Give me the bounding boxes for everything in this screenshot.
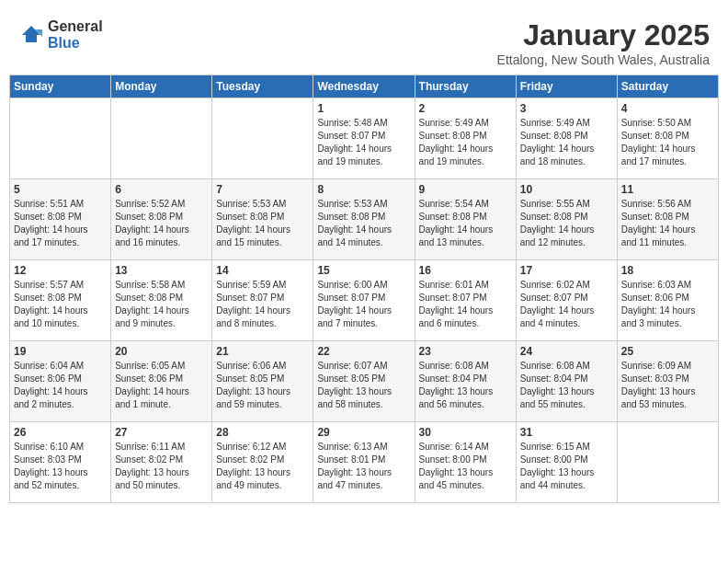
day-info: Sunrise: 5:54 AM Sunset: 8:08 PM Dayligh…	[419, 198, 512, 249]
day-info: Sunrise: 5:59 AM Sunset: 8:07 PM Dayligh…	[216, 279, 309, 330]
month-title: January 2025	[497, 18, 710, 52]
day-number: 13	[115, 264, 208, 277]
day-number: 7	[216, 183, 309, 196]
day-info: Sunrise: 6:11 AM Sunset: 8:02 PM Dayligh…	[115, 441, 208, 492]
day-info: Sunrise: 5:50 AM Sunset: 8:08 PM Dayligh…	[621, 117, 714, 168]
day-info: Sunrise: 5:56 AM Sunset: 8:08 PM Dayligh…	[621, 198, 714, 249]
calendar-cell: 13Sunrise: 5:58 AM Sunset: 8:08 PM Dayli…	[111, 260, 212, 341]
calendar-cell: 16Sunrise: 6:01 AM Sunset: 8:07 PM Dayli…	[415, 260, 516, 341]
day-info: Sunrise: 5:51 AM Sunset: 8:08 PM Dayligh…	[14, 198, 107, 249]
day-number: 28	[216, 426, 309, 439]
day-number: 20	[115, 345, 208, 358]
day-info: Sunrise: 6:07 AM Sunset: 8:05 PM Dayligh…	[317, 360, 410, 411]
day-number: 3	[520, 102, 613, 115]
day-info: Sunrise: 6:04 AM Sunset: 8:06 PM Dayligh…	[14, 360, 107, 411]
day-number: 15	[317, 264, 410, 277]
day-info: Sunrise: 6:14 AM Sunset: 8:00 PM Dayligh…	[419, 441, 512, 492]
logo-blue: Blue	[48, 35, 103, 52]
day-info: Sunrise: 5:55 AM Sunset: 8:08 PM Dayligh…	[520, 198, 613, 249]
day-info: Sunrise: 6:00 AM Sunset: 8:07 PM Dayligh…	[317, 279, 410, 330]
day-number: 12	[14, 264, 107, 277]
calendar-cell: 27Sunrise: 6:11 AM Sunset: 8:02 PM Dayli…	[111, 422, 212, 503]
day-number: 23	[419, 345, 512, 358]
day-info: Sunrise: 5:52 AM Sunset: 8:08 PM Dayligh…	[115, 198, 208, 249]
page-header: General Blue January 2025 Ettalong, New …	[9, 9, 719, 75]
day-info: Sunrise: 5:58 AM Sunset: 8:08 PM Dayligh…	[115, 279, 208, 330]
calendar-cell: 30Sunrise: 6:14 AM Sunset: 8:00 PM Dayli…	[415, 422, 516, 503]
calendar-cell: 20Sunrise: 6:05 AM Sunset: 8:06 PM Dayli…	[111, 341, 212, 422]
weekday-header-wednesday: Wednesday	[313, 75, 415, 98]
calendar-cell: 15Sunrise: 6:00 AM Sunset: 8:07 PM Dayli…	[313, 260, 415, 341]
day-info: Sunrise: 5:53 AM Sunset: 8:08 PM Dayligh…	[317, 198, 410, 249]
calendar-cell: 8Sunrise: 5:53 AM Sunset: 8:08 PM Daylig…	[313, 179, 415, 260]
calendar-cell: 17Sunrise: 6:02 AM Sunset: 8:07 PM Dayli…	[516, 260, 617, 341]
calendar-cell: 10Sunrise: 5:55 AM Sunset: 8:08 PM Dayli…	[516, 179, 617, 260]
calendar-cell: 26Sunrise: 6:10 AM Sunset: 8:03 PM Dayli…	[10, 422, 111, 503]
day-number: 25	[621, 345, 714, 358]
calendar-cell: 7Sunrise: 5:53 AM Sunset: 8:08 PM Daylig…	[212, 179, 313, 260]
day-number: 17	[520, 264, 613, 277]
calendar-cell: 11Sunrise: 5:56 AM Sunset: 8:08 PM Dayli…	[617, 179, 718, 260]
day-number: 14	[216, 264, 309, 277]
calendar-cell: 29Sunrise: 6:13 AM Sunset: 8:01 PM Dayli…	[313, 422, 415, 503]
day-number: 9	[419, 183, 512, 196]
day-number: 5	[14, 183, 107, 196]
day-number: 10	[520, 183, 613, 196]
week-row-3: 12Sunrise: 5:57 AM Sunset: 8:08 PM Dayli…	[10, 260, 719, 341]
day-number: 18	[621, 264, 714, 277]
week-row-4: 19Sunrise: 6:04 AM Sunset: 8:06 PM Dayli…	[10, 341, 719, 422]
calendar-cell: 31Sunrise: 6:15 AM Sunset: 8:00 PM Dayli…	[516, 422, 617, 503]
week-row-2: 5Sunrise: 5:51 AM Sunset: 8:08 PM Daylig…	[10, 179, 719, 260]
calendar-cell: 1Sunrise: 5:48 AM Sunset: 8:07 PM Daylig…	[313, 98, 415, 179]
day-info: Sunrise: 5:49 AM Sunset: 8:08 PM Dayligh…	[419, 117, 512, 168]
week-row-1: 1Sunrise: 5:48 AM Sunset: 8:07 PM Daylig…	[10, 98, 719, 179]
day-info: Sunrise: 6:05 AM Sunset: 8:06 PM Dayligh…	[115, 360, 208, 411]
weekday-header-monday: Monday	[111, 75, 212, 98]
day-number: 2	[419, 102, 512, 115]
calendar-cell: 9Sunrise: 5:54 AM Sunset: 8:08 PM Daylig…	[415, 179, 516, 260]
calendar-cell	[212, 98, 313, 179]
calendar-cell: 6Sunrise: 5:52 AM Sunset: 8:08 PM Daylig…	[111, 179, 212, 260]
week-row-5: 26Sunrise: 6:10 AM Sunset: 8:03 PM Dayli…	[10, 422, 719, 503]
calendar-cell: 28Sunrise: 6:12 AM Sunset: 8:02 PM Dayli…	[212, 422, 313, 503]
weekday-header-row: SundayMondayTuesdayWednesdayThursdayFrid…	[10, 75, 719, 98]
day-info: Sunrise: 6:09 AM Sunset: 8:03 PM Dayligh…	[621, 360, 714, 411]
calendar-cell: 4Sunrise: 5:50 AM Sunset: 8:08 PM Daylig…	[617, 98, 718, 179]
weekday-header-sunday: Sunday	[10, 75, 111, 98]
weekday-header-saturday: Saturday	[617, 75, 718, 98]
title-block: January 2025 Ettalong, New South Wales, …	[497, 18, 710, 67]
day-info: Sunrise: 5:48 AM Sunset: 8:07 PM Dayligh…	[317, 117, 410, 168]
day-number: 30	[419, 426, 512, 439]
day-info: Sunrise: 6:03 AM Sunset: 8:06 PM Dayligh…	[621, 279, 714, 330]
day-number: 29	[317, 426, 410, 439]
day-info: Sunrise: 6:08 AM Sunset: 8:04 PM Dayligh…	[419, 360, 512, 411]
day-number: 4	[621, 102, 714, 115]
day-info: Sunrise: 6:10 AM Sunset: 8:03 PM Dayligh…	[14, 441, 107, 492]
logo: General Blue	[18, 18, 103, 51]
calendar-cell: 24Sunrise: 6:08 AM Sunset: 8:04 PM Dayli…	[516, 341, 617, 422]
calendar-cell: 22Sunrise: 6:07 AM Sunset: 8:05 PM Dayli…	[313, 341, 415, 422]
day-number: 19	[14, 345, 107, 358]
day-number: 8	[317, 183, 410, 196]
day-number: 22	[317, 345, 410, 358]
day-info: Sunrise: 6:13 AM Sunset: 8:01 PM Dayligh…	[317, 441, 410, 492]
calendar-cell: 25Sunrise: 6:09 AM Sunset: 8:03 PM Dayli…	[617, 341, 718, 422]
calendar-cell: 14Sunrise: 5:59 AM Sunset: 8:07 PM Dayli…	[212, 260, 313, 341]
logo-icon	[18, 22, 44, 48]
calendar-cell	[617, 422, 718, 503]
calendar-cell	[10, 98, 111, 179]
day-info: Sunrise: 5:49 AM Sunset: 8:08 PM Dayligh…	[520, 117, 613, 168]
day-info: Sunrise: 6:01 AM Sunset: 8:07 PM Dayligh…	[419, 279, 512, 330]
weekday-header-tuesday: Tuesday	[212, 75, 313, 98]
day-number: 27	[115, 426, 208, 439]
calendar-cell: 19Sunrise: 6:04 AM Sunset: 8:06 PM Dayli…	[10, 341, 111, 422]
day-info: Sunrise: 6:15 AM Sunset: 8:00 PM Dayligh…	[520, 441, 613, 492]
day-number: 11	[621, 183, 714, 196]
day-info: Sunrise: 6:08 AM Sunset: 8:04 PM Dayligh…	[520, 360, 613, 411]
logo-text: General Blue	[48, 18, 103, 51]
weekday-header-friday: Friday	[516, 75, 617, 98]
day-number: 24	[520, 345, 613, 358]
day-info: Sunrise: 6:12 AM Sunset: 8:02 PM Dayligh…	[216, 441, 309, 492]
logo-general: General	[48, 18, 103, 35]
day-number: 6	[115, 183, 208, 196]
